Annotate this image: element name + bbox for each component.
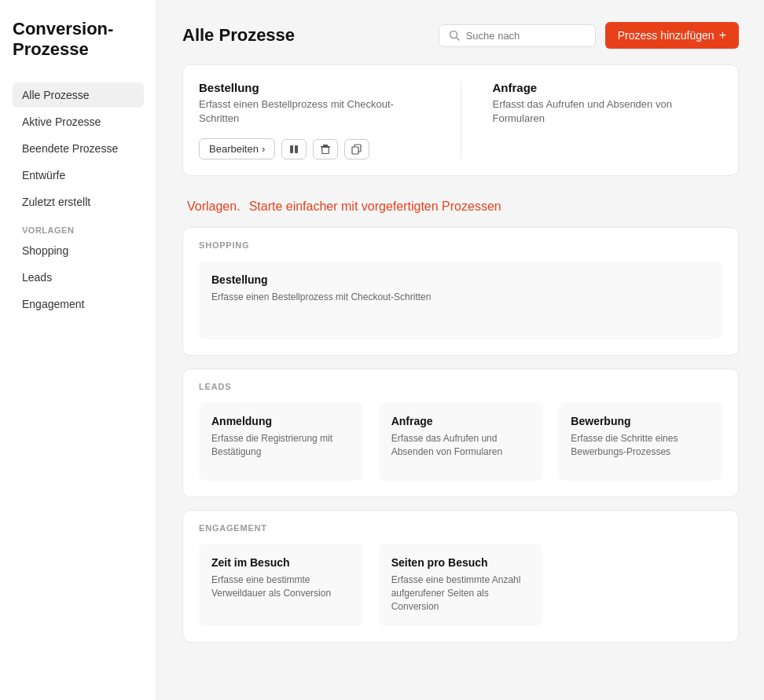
template-card-bestellung[interactable]: Bestellung Erfasse einen Bestellprozess … [199,261,722,339]
sidebar-item-drafts[interactable]: Entwürfe [13,163,144,188]
copy-icon [351,144,362,155]
sidebar-item-active[interactable]: Aktive Prozesse [13,109,144,134]
copy-button[interactable] [344,139,369,159]
add-process-button[interactable]: Prozess hinzufügen + [605,22,739,49]
templates-subheading: Starte einfacher mit vorgefertigten Proz… [249,200,501,213]
process-item-anfrage: Anfrage Erfasst das Aufrufen und Absende… [493,81,723,126]
template-section-label-leads: LEADS [199,382,722,391]
leads-cards-row: Anmeldung Erfasse die Registrierung mit … [199,402,722,481]
sidebar-item-all[interactable]: Alle Prozesse [13,82,144,108]
pause-icon [288,144,299,155]
sidebar-item-leads[interactable]: Leads [13,265,144,290]
template-section-shopping: SHOPPING Bestellung Erfasse einen Bestel… [182,227,739,356]
search-input[interactable] [466,30,586,42]
pause-button[interactable] [281,139,307,159]
template-card-anmeldung[interactable]: Anmeldung Erfasse die Registrierung mit … [199,402,363,481]
template-card-seiten-name: Seiten pro Besuch [391,556,531,569]
template-card-anmeldung-name: Anmeldung [211,415,351,427]
arrow-right-icon: › [262,143,265,155]
app-title: Conversion-Prozesse [13,19,144,60]
template-section-label-shopping: SHOPPING [199,240,722,250]
template-card-bestellung-desc: Erfasse einen Bestellprozess mit Checkou… [211,291,710,304]
template-card-bewerbung[interactable]: Bewerbung Erfasse die Schritte eines Bew… [558,402,722,481]
process-divider [461,81,461,159]
sidebar-item-shopping[interactable]: Shopping [13,238,144,263]
template-card-anfrage-desc: Erfasse das Aufrufen und Absenden von Fo… [391,432,531,459]
process-desc-anfrage: Erfasst das Aufrufen und Absenden von Fo… [493,97,723,126]
template-card-bestellung-name: Bestellung [211,273,710,286]
svg-rect-3 [295,145,298,153]
template-card-seiten-desc: Erfasse eine bestimmte Anzahl aufgerufen… [391,574,531,613]
search-box[interactable] [439,24,596,47]
process-name-anfrage: Anfrage [493,81,723,94]
sidebar: Conversion-Prozesse Alle Prozesse Aktive… [0,0,157,700]
delete-button[interactable] [313,139,338,159]
template-section-label-engagement: ENGAGEMENT [199,523,722,533]
process-item-bestellung: Bestellung Erfasst einen Bestellprozess … [199,81,429,159]
template-card-anfrage-name: Anfrage [391,415,531,427]
template-card-anfrage[interactable]: Anfrage Erfasse das Aufrufen und Absende… [379,402,543,481]
svg-rect-7 [352,147,358,154]
template-card-zeit-desc: Erfasse eine bestimmte Verweildauer als … [211,574,351,600]
templates-heading: Vorlagen. Starte einfacher mit vorgefert… [182,198,739,214]
shopping-cards-row: Bestellung Erfasse einen Bestellprozess … [199,261,722,339]
template-section-engagement: ENGAGEMENT Zeit im Besuch Erfasse eine b… [182,510,739,642]
sidebar-item-recent[interactable]: Zuletzt erstellt [13,189,144,214]
search-icon [449,30,460,41]
svg-rect-2 [290,145,293,153]
header-row: Alle Prozesse Prozess hinzufügen + [182,22,739,49]
page-title: Alle Prozesse [182,25,295,46]
template-card-anmeldung-desc: Erfasse die Registrierung mit Bestätigun… [211,432,351,459]
template-card-bewerbung-name: Bewerbung [571,415,710,427]
template-section-leads: LEADS Anmeldung Erfasse die Registrierun… [182,368,739,497]
process-name-bestellung: Bestellung [199,81,429,94]
template-card-zeit-name: Zeit im Besuch [211,556,351,569]
sidebar-item-engagement[interactable]: Engagement [13,291,144,317]
template-card-zeit[interactable]: Zeit im Besuch Erfasse eine bestimmte Ve… [199,544,363,625]
engagement-cards-row: Zeit im Besuch Erfasse eine bestimmte Ve… [199,544,722,625]
plus-icon: + [719,28,726,42]
processes-card: Bestellung Erfasst einen Bestellprozess … [182,64,739,176]
sidebar-section-vorlagen-label: VORLAGEN [13,216,144,238]
sidebar-item-ended[interactable]: Beendete Prozesse [13,136,144,161]
process-desc-bestellung: Erfasst einen Bestellprozess mit Checkou… [199,97,429,126]
main-content: Alle Prozesse Prozess hinzufügen + Beste… [157,0,764,700]
template-card-seiten[interactable]: Seiten pro Besuch Erfasse eine bestimmte… [379,544,543,625]
template-card-placeholder [558,544,722,625]
svg-rect-5 [323,145,328,146]
header-right: Prozess hinzufügen + [439,22,739,49]
template-card-bewerbung-desc: Erfasse die Schritte eines Bewerbungs-Pr… [571,432,710,459]
process-actions: Bearbeiten › [199,138,429,159]
svg-line-1 [456,38,459,41]
edit-button[interactable]: Bearbeiten › [199,138,275,159]
trash-icon [320,144,331,155]
